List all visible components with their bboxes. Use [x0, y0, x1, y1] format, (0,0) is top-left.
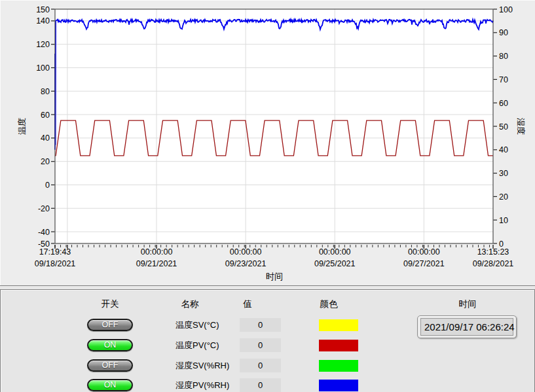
- y-right-tick-label: 40: [499, 145, 508, 154]
- humidity-pv-color-swatch: [319, 380, 358, 391]
- column-header-color: 颜色: [320, 298, 338, 310]
- humidity-pv-value: 0: [240, 378, 281, 392]
- x-tick-date: 09/28/2021: [473, 259, 514, 268]
- humidity-sv-toggle[interactable]: OFF: [87, 359, 133, 372]
- y-left-tick-label: 120: [36, 40, 50, 49]
- humidity-sv-color-swatch: [319, 360, 358, 372]
- trend-chart-section: 150140120100806040200-20-40-501009080706…: [0, 0, 535, 286]
- panel-row-temp-pv: ON 温度PV(°C) 0: [1, 338, 534, 353]
- x-tick-date: 09/18/2021: [35, 259, 76, 268]
- y-left-tick-label: 40: [41, 134, 50, 143]
- humidity-pv-label: 湿度PV(%RH): [175, 378, 229, 392]
- column-header-name: 名称: [181, 298, 199, 310]
- x-tick-time: 00:00:00: [408, 247, 440, 257]
- y-left-axis-title: 温度: [17, 118, 27, 135]
- humidity-pv-toggle[interactable]: ON: [87, 379, 133, 391]
- temp-sv-label: 温度SV(°C): [175, 318, 219, 332]
- panel-row-humidity-sv: OFF 湿度SV(%RH) 0: [1, 359, 534, 373]
- x-tick-time: 17:19:43: [39, 247, 71, 257]
- trend-chart: 150140120100806040200-20-40-501009080706…: [0, 0, 535, 285]
- temp-pv-color-swatch: [319, 340, 358, 351]
- x-tick-time: 00:00:00: [230, 247, 262, 257]
- column-header-time: 时间: [459, 298, 477, 310]
- x-tick-date: 09/25/2021: [314, 259, 356, 268]
- y-left-tick-label: 60: [41, 111, 50, 120]
- x-axis-title: 时间: [266, 272, 283, 281]
- y-left-tick-label: 100: [36, 63, 50, 73]
- y-left-tick-label: 20: [41, 157, 50, 166]
- x-tick-time: 00:00:00: [319, 247, 351, 257]
- y-right-tick-label: 90: [499, 28, 508, 37]
- x-tick-date: 09/27/2021: [403, 259, 445, 268]
- y-left-tick-label: 140: [36, 16, 50, 26]
- y-right-tick-label: 30: [499, 169, 508, 178]
- y-left-tick-label: -40: [38, 228, 50, 237]
- x-tick-date: 09/23/2021: [225, 259, 267, 268]
- control-panel: 开关 名称 值 颜色 时间 OFF 温度SV(°C) 0 ON 温度PV(°C)…: [0, 289, 535, 392]
- y-right-tick-label: 60: [499, 99, 508, 108]
- y-right-axis-title: 湿度: [516, 118, 526, 135]
- y-left-tick-label: 150: [36, 5, 50, 14]
- y-right-tick-label: 80: [499, 52, 508, 61]
- app-window: 150140120100806040200-20-40-501009080706…: [0, 0, 535, 392]
- y-right-tick-label: 50: [499, 122, 508, 132]
- x-tick-time: 00:00:00: [141, 247, 173, 257]
- temp-sv-color-swatch: [319, 319, 358, 331]
- y-right-tick-label: 10: [499, 216, 508, 225]
- humidity-sv-label: 湿度SV(%RH): [175, 359, 229, 373]
- x-tick-date: 09/21/2021: [136, 259, 177, 268]
- temp-sv-toggle[interactable]: OFF: [87, 319, 133, 331]
- y-right-tick-label: 70: [499, 75, 508, 84]
- datetime-display-frame: 2021/09/17 06:26:24: [417, 315, 517, 338]
- y-right-tick-label: 100: [499, 5, 513, 14]
- y-left-tick-label: 0: [45, 181, 50, 190]
- datetime-display: 2021/09/17 06:26:24: [420, 318, 513, 336]
- y-left-tick-label: 80: [41, 87, 50, 96]
- column-header-switch: 开关: [101, 298, 119, 310]
- temp-sv-value: 0: [240, 318, 281, 332]
- temp-pv-value: 0: [240, 338, 281, 352]
- column-header-value: 值: [243, 298, 252, 310]
- y-left-tick-label: -20: [38, 204, 50, 213]
- x-tick-time: 13:15:23: [477, 247, 509, 257]
- panel-row-humidity-pv: ON 湿度PV(%RH) 0: [1, 378, 534, 392]
- humidity-sv-value: 0: [240, 359, 281, 372]
- temp-pv-toggle[interactable]: ON: [87, 339, 133, 351]
- y-right-tick-label: 20: [499, 192, 508, 202]
- temp-pv-label: 温度PV(°C): [175, 338, 219, 353]
